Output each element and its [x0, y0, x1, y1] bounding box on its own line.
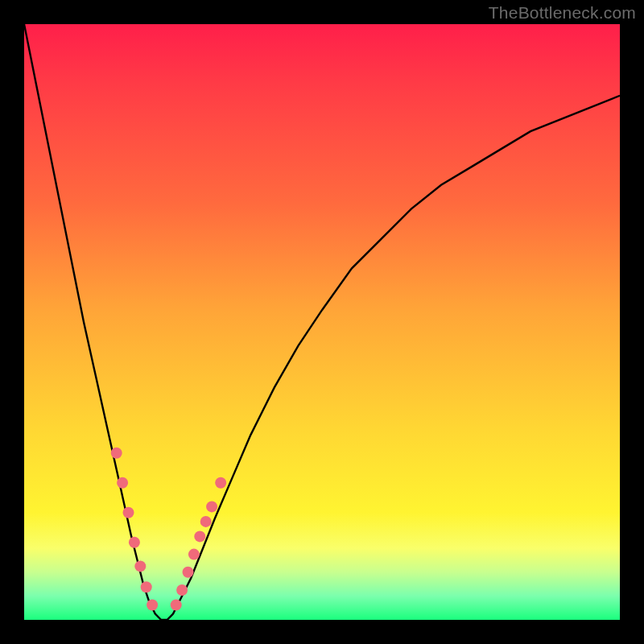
- highlight-dot: [141, 581, 152, 592]
- highlight-dot: [171, 600, 182, 611]
- chart-frame: TheBottleneck.com: [0, 0, 644, 644]
- watermark-text: TheBottleneck.com: [489, 3, 636, 23]
- curve-path: [24, 24, 620, 620]
- highlight-dot: [117, 477, 128, 489]
- highlight-dot: [123, 507, 134, 518]
- highlight-dot: [111, 448, 122, 459]
- highlight-dot: [176, 584, 188, 596]
- bottleneck-curve: [24, 24, 620, 620]
- highlight-dots: [111, 448, 227, 611]
- highlight-dot: [194, 530, 205, 542]
- highlight-dot: [134, 560, 146, 572]
- highlight-dot: [200, 516, 212, 527]
- highlight-dot: [183, 567, 194, 578]
- highlight-dot: [188, 549, 200, 560]
- highlight-dot: [129, 537, 140, 548]
- plot-area: [24, 24, 620, 620]
- highlight-dot: [206, 501, 217, 512]
- highlight-dot: [215, 477, 226, 489]
- highlight-dot: [147, 600, 158, 611]
